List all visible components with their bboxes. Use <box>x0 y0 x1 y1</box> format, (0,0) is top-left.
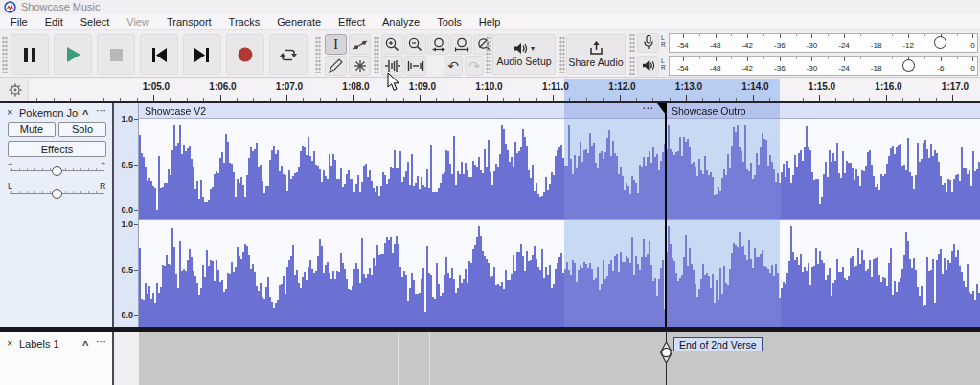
label-track-content[interactable]: End of 2nd Verse <box>139 332 980 385</box>
waveform-canvas[interactable] <box>139 103 980 327</box>
menu-view[interactable]: View <box>118 16 158 28</box>
clip1-menu-icon[interactable]: ⋯ <box>642 102 654 115</box>
meter-scale-label: -12 <box>902 41 914 50</box>
tools-toolbar-grip[interactable] <box>315 36 321 73</box>
fit-selection-icon <box>431 37 446 53</box>
scale-ch2-1.0: 1.0 <box>121 219 133 229</box>
meter-scale-label: -36 <box>774 41 786 50</box>
label-track-close-icon[interactable]: × <box>7 338 12 349</box>
skip-to-start-button[interactable] <box>140 34 178 75</box>
menu-tools[interactable]: Tools <box>428 16 470 28</box>
track-title[interactable]: Pokemon Joh... <box>19 107 79 119</box>
track-collapse-icon[interactable]: ^ <box>82 109 88 120</box>
playback-meter[interactable]: -54-48-42-36-30-24-18-12-60 <box>669 56 978 76</box>
label-track-collapse-icon[interactable]: ^ <box>82 340 88 351</box>
undo-button[interactable]: ↶ <box>444 56 463 76</box>
meter-scale-label: -6 <box>937 64 944 73</box>
record-meter[interactable]: -54-48-42-36-30-24-18-12-60 <box>669 33 978 53</box>
timeline-options-area[interactable] <box>0 79 29 101</box>
multi-tool-button[interactable] <box>349 56 371 76</box>
zoom-out-button[interactable] <box>404 34 426 55</box>
fit-project-button[interactable] <box>450 34 472 55</box>
timeline-options-gear-icon <box>9 83 22 97</box>
meter-scale-label: 0 <box>970 41 974 50</box>
share-audio-grip[interactable] <box>559 36 565 73</box>
meter-scale-minor-tick <box>699 57 700 59</box>
draw-tool-icon <box>329 58 343 73</box>
speaker-icon <box>642 59 655 72</box>
title-bar[interactable]: Showcase Music <box>0 0 980 14</box>
meter-scale-label: -48 <box>710 41 721 50</box>
track-close-icon[interactable]: × <box>7 107 12 118</box>
clip-boundary-line[interactable] <box>665 103 667 327</box>
ruler-tick-label: 1:06.0 <box>209 81 236 92</box>
share-audio-button[interactable]: Share Audio <box>566 34 626 75</box>
menu-effect[interactable]: Effect <box>330 16 374 28</box>
clip1-title[interactable]: Showcase V2 <box>145 105 206 117</box>
track-menu-icon[interactable]: ⋯ <box>96 105 107 116</box>
playback-meter-left-label: L <box>661 57 666 64</box>
record-button[interactable] <box>226 34 264 75</box>
audio-setup-button[interactable]: ▾ Audio Setup <box>492 34 556 75</box>
pan-slider-thumb[interactable] <box>52 189 62 199</box>
menu-tracks[interactable]: Tracks <box>220 16 269 28</box>
envelope-tool-button[interactable] <box>349 34 371 55</box>
record-meter-mic-button[interactable] <box>637 33 659 53</box>
mute-button[interactable]: Mute <box>8 122 56 137</box>
loop-button[interactable] <box>269 34 308 75</box>
menu-file[interactable]: File <box>2 16 36 28</box>
meter-scale-minor-tick <box>957 57 958 59</box>
timeline-ruler[interactable]: 1:05.01:06.01:07.01:08.01:09.01:10.01:11… <box>0 79 980 101</box>
ruler-tick-label: 1:15.0 <box>809 81 835 92</box>
playback-meter-speaker-button[interactable] <box>637 56 659 76</box>
menu-transport[interactable]: Transport <box>158 16 220 28</box>
meter-scale-minor-tick <box>957 34 958 36</box>
gain-slider-thumb[interactable] <box>52 166 62 176</box>
record-meter-grip[interactable] <box>629 34 635 53</box>
skip-to-end-button[interactable] <box>183 34 221 75</box>
playback-meter-volume-thumb[interactable] <box>902 59 915 72</box>
meter-scale-minor-tick <box>860 57 861 59</box>
ruler-tick-label: 1:11.0 <box>542 81 569 92</box>
playback-meter-grip[interactable] <box>629 57 635 76</box>
selection-tool-button[interactable]: I <box>325 34 347 55</box>
fit-selection-button[interactable] <box>427 34 449 55</box>
record-icon <box>238 47 253 62</box>
transport-toolbar-grip[interactable] <box>2 36 8 73</box>
vertical-scale-ruler[interactable]: 1.0 0.5 0.0 1.0 0.5 0.0 <box>114 103 139 327</box>
menu-select[interactable]: Select <box>72 16 119 28</box>
label-track-title[interactable]: Labels 1 <box>19 338 79 350</box>
label-text-box[interactable]: End of 2nd Verse <box>673 337 763 351</box>
pause-button[interactable] <box>11 34 49 75</box>
effects-button[interactable]: Effects <box>8 141 106 157</box>
meter-scale-minor-tick <box>699 34 700 36</box>
audio-setup-grip[interactable] <box>486 36 491 73</box>
play-button[interactable] <box>54 34 92 75</box>
edit-toolbar-grip[interactable] <box>374 36 379 73</box>
meter-scale-tick <box>844 57 845 61</box>
menu-edit[interactable]: Edit <box>36 16 72 28</box>
scale-ch2-0.0: 0.0 <box>121 310 133 320</box>
menu-analyze[interactable]: Analyze <box>374 16 428 28</box>
solo-button[interactable]: Solo <box>58 122 106 137</box>
draw-tool-button[interactable] <box>325 56 347 76</box>
scale-ch1-0.5: 0.5 <box>121 160 133 170</box>
zoom-in-button[interactable] <box>381 34 403 55</box>
menu-generate[interactable]: Generate <box>268 16 330 28</box>
ruler-tick-label: 1:10.0 <box>475 81 502 92</box>
clip2-header[interactable] <box>780 103 980 119</box>
label-track-menu-icon[interactable]: ⋯ <box>96 336 107 347</box>
label-track-scale-strip <box>114 332 139 385</box>
record-meter-volume-thumb[interactable] <box>934 36 946 49</box>
label-marker-handle[interactable] <box>658 342 674 365</box>
pan-left-label: L <box>8 181 12 191</box>
redo-button[interactable]: ↷ <box>465 56 484 76</box>
meter-scale-label: -42 <box>741 41 753 50</box>
menu-help[interactable]: Help <box>470 16 510 28</box>
meter-scale-tick <box>811 34 812 38</box>
clip2-title[interactable]: Showcase Outro <box>672 105 746 117</box>
ruler-tick-label: 1:17.0 <box>942 81 969 92</box>
stop-button[interactable] <box>97 34 135 75</box>
meter-scale-label: -18 <box>871 64 882 73</box>
silence-audio-button[interactable] <box>404 56 426 76</box>
